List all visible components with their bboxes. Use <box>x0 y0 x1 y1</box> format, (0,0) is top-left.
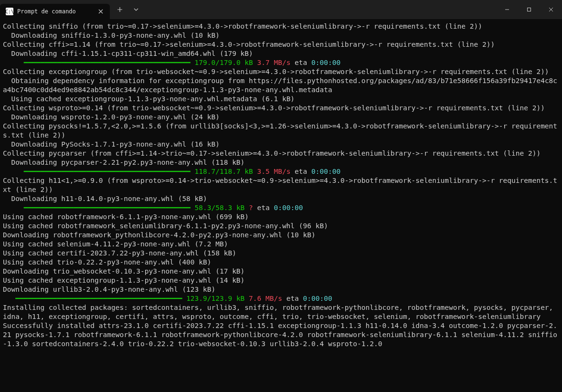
output-line: Using cached trio-0.22.2-py3-none-any.wh… <box>3 258 212 266</box>
progress-size: 123.9/123.9 kB <box>186 295 244 302</box>
output-line: Using cached robotframework-6.1.1-py3-no… <box>3 213 249 221</box>
progress-eta-label: eta <box>253 204 274 212</box>
title-bar: C:\ Prompt de comando <box>0 0 562 19</box>
progress-size: 179.0/179.0 kB <box>195 59 253 66</box>
terminal-output[interactable]: Collecting sniffio (from trio~=0.17->sel… <box>0 19 562 351</box>
progress-speed: ? <box>244 204 253 212</box>
progress-speed: 3.7 MB/s <box>253 59 291 66</box>
progress-bar: ━━━━━━━━━━━━━━━━━━━━━━━━━━━━━━━━━━━━━━━━ <box>3 204 195 212</box>
output-line: Collecting cffi>=1.14 (from trio~=0.17->… <box>3 41 495 48</box>
close-tab-button[interactable] <box>96 7 105 16</box>
output-line: Using cached exceptiongroup-1.1.3-py3-no… <box>3 95 295 103</box>
output-line: Collecting pycparser (from cffi>=1.14->t… <box>3 149 541 157</box>
output-line: Collecting h11<1,>=0.9.0 (from wsproto>=… <box>3 177 557 193</box>
output-line: Using cached certifi-2023.7.22-py3-none-… <box>3 249 236 257</box>
output-line: Downloading urllib3-2.0.4-py3-none-any.w… <box>3 286 215 293</box>
tab-title: Prompt de comando <box>17 8 93 15</box>
window-controls <box>496 2 562 17</box>
output-line: Downloading trio_websocket-0.10.3-py3-no… <box>3 267 244 275</box>
progress-eta-label: eta <box>282 295 303 302</box>
output-line: Installing collected packages: sortedcon… <box>3 304 557 320</box>
progress-eta: 0:00:00 <box>311 168 340 175</box>
output-line: Successfully installed attrs-23.1.0 cert… <box>3 322 557 348</box>
progress-eta-label: eta <box>290 168 311 175</box>
output-line: Downloading h11-0.14.0-py3-none-any.whl … <box>3 195 207 202</box>
progress-eta: 0:00:00 <box>303 295 332 302</box>
output-line: Downloading cffi-1.15.1-cp311-cp311-win_… <box>3 50 253 57</box>
svg-rect-0 <box>528 8 531 11</box>
terminal-icon: C:\ <box>6 8 13 15</box>
tab-active[interactable]: C:\ Prompt de comando <box>0 4 110 19</box>
output-line: Using cached selenium-4.11.2-py3-none-an… <box>3 240 228 248</box>
progress-speed: 7.6 MB/s <box>244 295 282 302</box>
minimize-button[interactable] <box>496 2 518 17</box>
output-line: Downloading robotframework_pythonlibcore… <box>3 231 316 239</box>
progress-eta: 0:00:00 <box>311 59 340 66</box>
output-line: Collecting sniffio (from trio~=0.17->sel… <box>3 22 482 30</box>
progress-eta-label: eta <box>290 59 311 66</box>
titlebar-controls <box>110 0 562 19</box>
progress-speed: 3.5 MB/s <box>253 168 291 175</box>
output-line: Downloading pycparser-2.21-py2.py3-none-… <box>3 159 244 166</box>
progress-size: 118.7/118.7 kB <box>195 168 253 175</box>
progress-bar: ━━━━━━━━━━━━━━━━━━━━━━━━━━━━━━━━━━━━━━━━ <box>3 59 195 66</box>
output-line: Downloading wsproto-1.2.0-py3-none-any.w… <box>3 113 220 121</box>
progress-size: 58.3/58.3 kB <box>195 204 245 212</box>
progress-bar: ━━━━━━━━━━━━━━━━━━━━━━━━━━━━━━━━━━━━━━━━ <box>3 295 186 302</box>
output-line: Collecting pysocks!=1.5.7,<2.0,>=1.5.6 (… <box>3 122 557 139</box>
progress-bar: ━━━━━━━━━━━━━━━━━━━━━━━━━━━━━━━━━━━━━━━━ <box>3 168 195 175</box>
output-line: Using cached robotframework_seleniumlibr… <box>3 222 328 230</box>
output-line: Collecting wsproto>=0.14 (from trio-webs… <box>3 104 545 112</box>
close-window-button[interactable] <box>540 2 562 17</box>
maximize-button[interactable] <box>518 2 540 17</box>
tab-dropdown-button[interactable] <box>129 2 143 17</box>
new-tab-button[interactable] <box>113 2 127 17</box>
output-line: Downloading PySocks-1.7.1-py3-none-any.w… <box>3 140 220 148</box>
output-line: Using cached exceptiongroup-1.1.3-py3-no… <box>3 276 244 284</box>
output-line: Obtaining dependency information for exc… <box>3 77 557 94</box>
output-line: Downloading sniffio-1.3.0-py3-none-any.w… <box>3 32 220 39</box>
output-line: Collecting exceptiongroup (from trio-web… <box>3 68 549 75</box>
progress-eta: 0:00:00 <box>274 204 303 212</box>
